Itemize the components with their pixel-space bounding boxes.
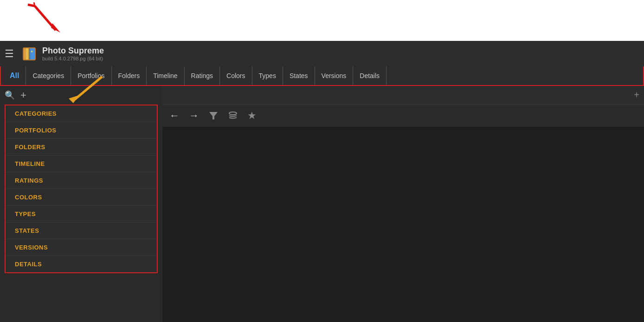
svg-marker-1 <box>51 23 60 33</box>
orange-arrow-annotation <box>56 74 116 107</box>
app-logo <box>21 46 38 62</box>
tab-types[interactable]: Types <box>252 66 283 85</box>
dropdown-container: CATEGORIES PORTFOLIOS FOLDERS TIMELINE R… <box>0 105 162 273</box>
tab-states[interactable]: States <box>283 66 315 85</box>
annotation-area <box>0 0 644 41</box>
menu-item-portfolios[interactable]: PORTFOLIOS <box>6 122 157 139</box>
svg-line-2 <box>28 5 35 6</box>
menu-item-states[interactable]: STATES <box>6 223 157 239</box>
tab-timeline[interactable]: Timeline <box>147 66 184 85</box>
menu-item-types[interactable]: TYPES <box>6 206 157 223</box>
forward-button[interactable]: → <box>189 110 199 122</box>
right-toolbar-nav: ← → ★ <box>162 105 644 127</box>
svg-rect-8 <box>28 48 30 59</box>
menu-item-versions[interactable]: VERSIONS <box>6 239 157 256</box>
dropdown-menu: CATEGORIES PORTFOLIOS FOLDERS TIMELINE R… <box>5 105 158 273</box>
menu-item-colors[interactable]: COLORS <box>6 189 157 206</box>
favorites-icon[interactable]: ★ <box>247 110 257 122</box>
right-add-button[interactable]: + <box>634 90 639 100</box>
right-content-area <box>162 127 644 322</box>
svg-marker-12 <box>209 112 218 119</box>
right-panel: + ← → ★ <box>162 86 644 322</box>
back-button[interactable]: ← <box>169 110 180 122</box>
menu-button[interactable]: ☰ <box>5 48 14 60</box>
search-icon[interactable]: 🔍 <box>5 90 15 100</box>
menu-item-ratings[interactable]: RATINGS <box>6 172 157 189</box>
svg-point-13 <box>229 112 237 115</box>
tab-colors[interactable]: Colors <box>220 66 252 85</box>
tab-folders[interactable]: Folders <box>112 66 147 85</box>
tab-details[interactable]: Details <box>353 66 386 85</box>
right-toolbar-top: + <box>162 86 644 105</box>
menu-item-folders[interactable]: FOLDERS <box>6 139 157 156</box>
add-icon[interactable]: + <box>20 89 26 101</box>
left-panel: 🔍 + CATEGORIES PORTFOLIOS FOLDERS TIMELI… <box>0 86 162 322</box>
tab-versions[interactable]: Versions <box>315 66 354 85</box>
svg-line-3 <box>34 2 35 6</box>
svg-marker-11 <box>69 95 79 103</box>
app-header: ☰ Photo Supreme build 5.4.0.2798.pg (64 … <box>0 41 644 66</box>
tab-ratings[interactable]: Ratings <box>185 66 220 85</box>
layers-icon[interactable] <box>228 111 238 121</box>
menu-item-categories[interactable]: CATEGORIES <box>6 105 157 122</box>
menu-item-details[interactable]: DETAILS <box>6 256 157 272</box>
svg-rect-7 <box>24 48 26 59</box>
app-build: build 5.4.0.2798.pg (64 bit) <box>42 56 104 61</box>
main-content: 🔍 + CATEGORIES PORTFOLIOS FOLDERS TIMELI… <box>0 86 644 322</box>
red-arrow-annotation <box>26 2 67 37</box>
filter-icon[interactable] <box>208 111 219 121</box>
menu-item-timeline[interactable]: TIMELINE <box>6 156 157 172</box>
app-title: Photo Supreme <box>42 46 104 56</box>
app-title-block: Photo Supreme build 5.4.0.2798.pg (64 bi… <box>42 46 104 61</box>
tab-all[interactable]: All <box>3 66 26 85</box>
svg-line-10 <box>74 77 102 100</box>
